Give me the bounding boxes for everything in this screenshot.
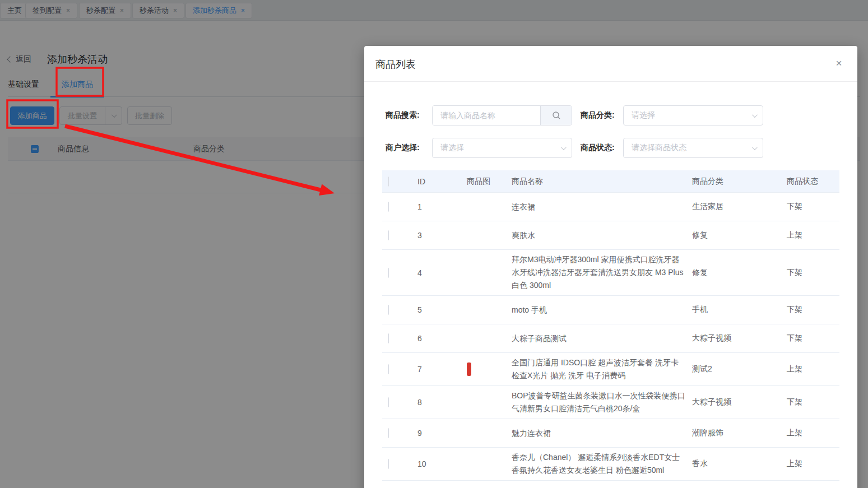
product-id: 9 xyxy=(412,429,459,438)
table-row: 5 moto 手机 手机 下架 xyxy=(382,296,839,324)
status-placeholder: 请选择商品状态 xyxy=(624,143,745,153)
search-button[interactable] xyxy=(540,106,572,125)
row-checkbox[interactable] xyxy=(388,428,389,438)
product-name: moto 手机 xyxy=(504,300,686,320)
table-row: 3 爽肤水 修复 上架 xyxy=(382,221,839,250)
row-checkbox[interactable] xyxy=(388,202,389,212)
table-row: 6 大粽子商品测试 大粽子视频 下架 xyxy=(382,324,839,353)
product-id: 8 xyxy=(412,398,459,407)
table-row: 12 键盘 测试2 上架 xyxy=(382,481,839,488)
product-image xyxy=(467,362,471,376)
table-row: 10 香奈儿（Chanel） 邂逅柔情系列淡香水EDT女士香氛持久花香送女友老婆… xyxy=(382,448,839,481)
product-category: 大粽子视频 xyxy=(686,333,779,343)
product-status: 下架 xyxy=(779,202,839,212)
column-header-category: 商品分类 xyxy=(686,176,779,187)
column-header-name: 商品名称 xyxy=(504,171,686,191)
product-id: 5 xyxy=(412,305,459,314)
product-name: 全国门店通用 IDSO口腔 超声波洁牙套餐 洗牙卡 检查X光片 抛光 洗牙 电子… xyxy=(504,353,686,385)
product-status: 下架 xyxy=(779,305,839,315)
search-icon xyxy=(552,111,561,120)
product-status: 下架 xyxy=(779,333,839,343)
merchant-select[interactable]: 请选择 xyxy=(432,138,572,158)
product-name: 键盘 xyxy=(504,485,686,488)
product-id: 7 xyxy=(412,365,459,374)
product-status: 下架 xyxy=(779,397,839,407)
filters: 商品搜索: 商品分类: 请选择 商户选择: xyxy=(382,105,839,158)
product-name: 拜尔M3电动冲牙器300ml 家用便携式口腔洗牙器水牙线冲洗器洁牙器牙套清洗送男… xyxy=(504,250,686,295)
product-name: 魅力连衣裙 xyxy=(504,424,686,443)
product-category: 手机 xyxy=(686,305,779,315)
search-input[interactable] xyxy=(433,106,540,125)
product-id: 6 xyxy=(412,334,459,343)
product-list-modal: 商品列表 × 商品搜索: 商品分类: 请选择 xyxy=(364,46,857,488)
product-category: 测试2 xyxy=(686,364,779,374)
chevron-down-icon xyxy=(554,146,572,150)
product-name: 连衣裙 xyxy=(504,197,686,217)
product-name: 香奈儿（Chanel） 邂逅柔情系列淡香水EDT女士香氛持久花香送女友老婆生日 … xyxy=(504,448,686,480)
row-checkbox[interactable] xyxy=(388,397,389,407)
product-category: 生活家居 xyxy=(686,202,779,212)
chevron-down-icon xyxy=(745,114,763,118)
category-label: 商品分类: xyxy=(581,110,623,120)
select-all-checkbox[interactable] xyxy=(388,176,389,187)
merchant-label: 商户选择: xyxy=(386,143,432,153)
product-id: 1 xyxy=(412,202,459,211)
status-label: 商品状态: xyxy=(581,143,623,153)
modal-header: 商品列表 × xyxy=(364,46,857,82)
product-category: 香水 xyxy=(686,459,779,469)
product-category: 大粽子视频 xyxy=(686,397,779,407)
filter-row-2: 商户选择: 请选择 商品状态: 请选择商品状态 xyxy=(386,138,839,158)
column-header-status: 商品状态 xyxy=(779,176,839,187)
row-checkbox[interactable] xyxy=(388,459,389,469)
filter-row-1: 商品搜索: 商品分类: 请选择 xyxy=(386,105,839,126)
column-header-image: 商品图 xyxy=(459,176,504,187)
product-table-header: ID 商品图 商品名称 商品分类 商品状态 xyxy=(382,170,839,193)
modal-title: 商品列表 xyxy=(375,58,416,71)
product-id: 10 xyxy=(412,459,459,468)
row-checkbox[interactable] xyxy=(388,333,389,343)
table-row: 7 全国门店通用 IDSO口腔 超声波洁牙套餐 洗牙卡 检查X光片 抛光 洗牙 … xyxy=(382,353,839,386)
table-row: 1 连衣裙 生活家居 下架 xyxy=(382,193,839,221)
product-id: 4 xyxy=(412,268,459,277)
product-name: 爽肤水 xyxy=(504,226,686,245)
close-icon[interactable]: × xyxy=(833,57,845,69)
product-name: BOP波普专研益生菌条装漱口水一次性袋装便携口气清新男女口腔清洁元气白桃20条/… xyxy=(504,386,686,419)
product-status: 上架 xyxy=(779,364,839,374)
product-status: 上架 xyxy=(779,428,839,438)
modal-body: 商品搜索: 商品分类: 请选择 商户选择: xyxy=(364,105,857,488)
column-header-id: ID xyxy=(412,177,459,186)
product-status: 上架 xyxy=(779,459,839,469)
product-category: 修复 xyxy=(686,268,779,278)
category-select[interactable]: 请选择 xyxy=(623,105,763,126)
row-checkbox[interactable] xyxy=(388,268,389,278)
product-name: 大粽子商品测试 xyxy=(504,329,686,348)
table-row: 9 魅力连衣裙 潮牌服饰 上架 xyxy=(382,419,839,448)
row-checkbox[interactable] xyxy=(388,364,389,374)
table-row: 8 BOP波普专研益生菌条装漱口水一次性袋装便携口气清新男女口腔清洁元气白桃20… xyxy=(382,386,839,419)
chevron-down-icon xyxy=(745,146,763,150)
row-checkbox[interactable] xyxy=(388,230,389,240)
product-id: 3 xyxy=(412,231,459,240)
category-placeholder: 请选择 xyxy=(624,110,745,120)
row-checkbox[interactable] xyxy=(388,305,389,315)
product-status: 下架 xyxy=(779,268,839,278)
merchant-placeholder: 请选择 xyxy=(433,143,554,153)
product-category: 潮牌服饰 xyxy=(686,428,779,438)
table-row: 4 拜尔M3电动冲牙器300ml 家用便携式口腔洗牙器水牙线冲洗器洁牙器牙套清洗… xyxy=(382,250,839,296)
status-select[interactable]: 请选择商品状态 xyxy=(623,138,763,158)
product-table: ID 商品图 商品名称 商品分类 商品状态 1 连衣裙 生活家居 下架 3 爽肤… xyxy=(382,170,839,488)
search-label: 商品搜索: xyxy=(386,110,432,120)
product-status: 上架 xyxy=(779,230,839,240)
product-category: 修复 xyxy=(686,230,779,240)
search-field xyxy=(432,105,572,126)
